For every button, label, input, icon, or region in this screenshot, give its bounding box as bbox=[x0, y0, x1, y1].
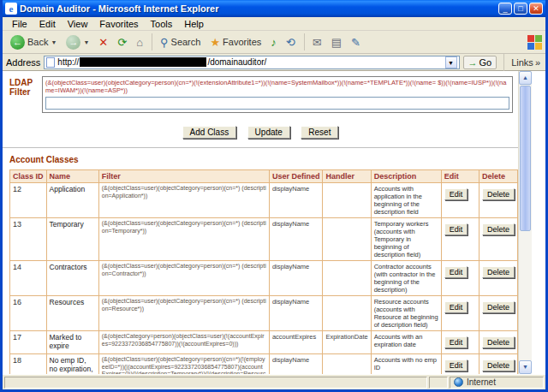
address-input[interactable]: http:// /domainauditor/ ▼ bbox=[44, 56, 459, 69]
menu-tools[interactable]: Tools bbox=[145, 18, 179, 30]
search-label: Search bbox=[171, 37, 201, 47]
edit-button[interactable]: Edit bbox=[444, 188, 468, 200]
cell-name: Temporary bbox=[46, 218, 98, 261]
history-button[interactable]: ⟲ bbox=[282, 33, 300, 52]
back-button[interactable]: ← Back ▼ bbox=[6, 33, 61, 52]
home-button[interactable]: ⌂ bbox=[132, 33, 147, 52]
links-menu[interactable]: Links » bbox=[511, 57, 542, 68]
cell-filter: (&(objectClass=user)(objectCategory=pers… bbox=[98, 183, 269, 218]
scroll-down-icon[interactable]: ▼ bbox=[519, 360, 532, 374]
cell-name: Resources bbox=[46, 296, 98, 331]
minimize-button[interactable]: _ bbox=[498, 3, 512, 15]
ldap-filter-input[interactable] bbox=[45, 97, 509, 110]
search-button[interactable]: ⚲ Search bbox=[156, 33, 205, 52]
edit-button[interactable]: Edit bbox=[444, 223, 468, 235]
cell-user-defined: displayName bbox=[269, 296, 323, 331]
menu-favorites[interactable]: Favorites bbox=[93, 18, 144, 30]
cell-user-defined: displayName bbox=[269, 354, 323, 375]
toolbar-separator bbox=[304, 33, 305, 50]
ldap-filter-label: LDAP Filter bbox=[9, 76, 42, 113]
cell-description: Resource accounts (accounts with Resourc… bbox=[371, 296, 441, 331]
reset-button[interactable]: Reset bbox=[301, 126, 338, 139]
media-button[interactable]: ♪ bbox=[266, 33, 281, 52]
table-row: 12 Application (&(objectClass=user)(obje… bbox=[10, 183, 518, 218]
go-button[interactable]: → Go bbox=[463, 56, 497, 69]
section-divider bbox=[3, 147, 518, 148]
print-button[interactable]: ▤ bbox=[327, 33, 346, 52]
cell-filter: (&(objectCategory=person)(objectClass=us… bbox=[98, 331, 269, 354]
browser-viewport: LDAP Filter (&(objectClass=user)(objectC… bbox=[3, 71, 545, 374]
status-spacer bbox=[429, 377, 448, 389]
address-dropdown-icon[interactable]: ▼ bbox=[445, 56, 457, 68]
scroll-up-icon[interactable]: ▲ bbox=[519, 71, 532, 85]
history-icon: ⟲ bbox=[286, 35, 295, 50]
ldap-filter-box: (&(objectClass=user)(objectCategory=pers… bbox=[42, 76, 513, 113]
menu-file[interactable]: File bbox=[6, 18, 33, 30]
cell-filter: (&(objectClass=user)(objectCategory=pers… bbox=[98, 261, 269, 296]
links-label: Links bbox=[511, 57, 533, 68]
ldap-filter-value: (&(objectClass=user)(objectCategory=pers… bbox=[45, 79, 509, 94]
edit-button[interactable]: Edit bbox=[444, 301, 468, 313]
edit-button[interactable]: Edit bbox=[444, 336, 468, 348]
delete-button[interactable]: Delete bbox=[482, 359, 515, 371]
menu-view[interactable]: View bbox=[62, 18, 94, 30]
forward-icon: → bbox=[66, 35, 80, 50]
favorites-icon: ★ bbox=[210, 35, 220, 50]
cell-name: No emp ID, no expiration, and no account… bbox=[46, 354, 98, 375]
vertical-scrollbar[interactable]: ▲ ▼ bbox=[518, 71, 532, 374]
links-chevron-icon: » bbox=[535, 57, 540, 68]
mail-button[interactable]: ✉ bbox=[308, 33, 326, 52]
cell-description: Accounts with application in the beginni… bbox=[371, 183, 441, 218]
browser-window: e Domain Auditor - Microsoft Internet Ex… bbox=[0, 0, 548, 392]
menu-help[interactable]: Help bbox=[178, 18, 210, 30]
standard-toolbar: ← Back ▼ → ▼ ✕ ⟳ ⌂ ⚲ Search ★ Favorites … bbox=[3, 31, 545, 54]
refresh-button[interactable]: ⟳ bbox=[113, 33, 131, 52]
cell-name: Application bbox=[46, 183, 98, 218]
title-bar[interactable]: e Domain Auditor - Microsoft Internet Ex… bbox=[3, 0, 545, 17]
go-icon: → bbox=[468, 57, 478, 68]
window-title: Domain Auditor - Microsoft Internet Expl… bbox=[20, 3, 498, 14]
maximize-button[interactable]: □ bbox=[514, 3, 527, 15]
col-name: Name bbox=[46, 170, 98, 183]
toolbar-separator bbox=[152, 33, 152, 50]
menu-edit[interactable]: Edit bbox=[33, 18, 62, 30]
scrollbar-thumb[interactable] bbox=[520, 86, 531, 231]
back-icon: ← bbox=[10, 35, 25, 50]
favorites-button[interactable]: ★ Favorites bbox=[206, 33, 265, 52]
edit-button[interactable]: Edit bbox=[444, 266, 468, 278]
delete-button[interactable]: Delete bbox=[482, 223, 515, 235]
delete-button[interactable]: Delete bbox=[482, 188, 515, 200]
close-button[interactable]: ✕ bbox=[529, 3, 543, 15]
windows-logo-icon bbox=[527, 35, 542, 50]
redacted-host bbox=[80, 57, 206, 67]
cell-name: Contractors bbox=[46, 261, 98, 296]
cell-name: Marked to expire bbox=[46, 331, 98, 354]
table-row: 18 No emp ID, no expiration, and no acco… bbox=[10, 354, 518, 375]
status-message bbox=[4, 377, 427, 389]
edit-page-button[interactable]: ✎ bbox=[347, 33, 365, 52]
table-row: 17 Marked to expire (&(objectCategory=pe… bbox=[10, 331, 518, 354]
delete-button[interactable]: Delete bbox=[482, 266, 515, 278]
edit-button[interactable]: Edit bbox=[444, 359, 468, 371]
account-classes-table: Class ID Name Filter User Defined Handle… bbox=[9, 169, 518, 374]
delete-button[interactable]: Delete bbox=[482, 301, 515, 313]
address-separator bbox=[503, 54, 504, 71]
forward-dropdown-icon[interactable]: ▼ bbox=[83, 39, 89, 45]
internet-zone-icon bbox=[454, 377, 463, 387]
delete-button[interactable]: Delete bbox=[482, 336, 515, 348]
add-class-button[interactable]: Add Class bbox=[182, 126, 237, 139]
cell-user-defined: displayName bbox=[269, 183, 323, 218]
refresh-icon: ⟳ bbox=[117, 35, 127, 50]
cell-handler bbox=[323, 261, 371, 296]
back-dropdown-icon[interactable]: ▼ bbox=[51, 39, 57, 45]
go-label: Go bbox=[480, 57, 492, 68]
update-button[interactable]: Update bbox=[247, 126, 290, 139]
cell-description: Accounts with an expiration date bbox=[371, 331, 441, 354]
stop-button[interactable]: ✕ bbox=[94, 33, 112, 52]
forward-button[interactable]: → ▼ bbox=[62, 33, 93, 52]
ie-logo-icon: e bbox=[5, 3, 17, 15]
cell-class-id: 16 bbox=[10, 296, 47, 331]
cell-user-defined: displayName bbox=[269, 218, 323, 261]
cell-user-defined: displayName bbox=[269, 261, 323, 296]
cell-handler bbox=[323, 183, 371, 218]
